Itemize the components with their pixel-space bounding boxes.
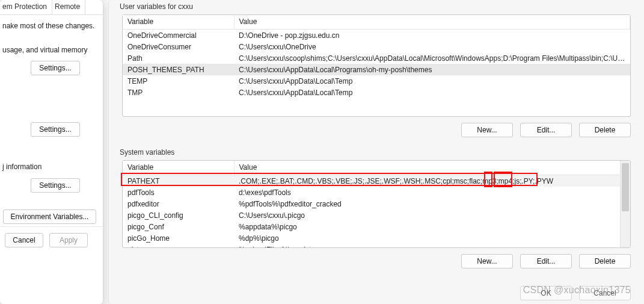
env-ok-button[interactable]: OK — [520, 286, 572, 300]
table-row[interactable]: TEMPC:\Users\cxxu\AppData\Local\Temp — [123, 75, 630, 87]
startup-settings-button[interactable]: Settings... — [31, 178, 80, 193]
system-properties-apply-button: Apply — [49, 233, 88, 247]
sys-col-value[interactable]: Value — [234, 161, 630, 175]
table-row[interactable]: pdfxeditor%pdfTools%\pdfxeditor_cracked — [123, 198, 630, 209]
system-variables-table-wrap: Variable Value PATHEXT.COM;.EXE;.BAT;.CM… — [122, 160, 631, 248]
user-profiles-settings-button[interactable]: Settings... — [31, 122, 80, 137]
table-row[interactable]: picgo_Conf%appdata%\picgo — [123, 221, 630, 232]
sys-col-variable[interactable]: Variable — [123, 161, 234, 175]
system-variables-label: System variables — [120, 148, 644, 157]
tab-system-protection[interactable]: em Protection — [0, 0, 52, 14]
table-row[interactable]: PathC:\Users\cxxu\scoop\shims;C:\Users\c… — [123, 52, 630, 64]
user-col-variable[interactable]: Variable — [123, 15, 234, 29]
table-row[interactable]: pdfToolsd:\exes\pdfTools — [123, 187, 630, 198]
env-cancel-button[interactable]: Cancel — [579, 286, 631, 300]
performance-settings-button[interactable]: Settings... — [31, 61, 80, 75]
table-row[interactable]: OneDriveCommercialD:\OneDrive - pop.zjgs… — [123, 29, 630, 42]
user-new-button[interactable]: New... — [461, 123, 513, 137]
user-variables-label: User variables for cxxu — [120, 2, 644, 11]
system-variables-table[interactable]: Variable Value PATHEXT.COM;.EXE;.BAT;.CM… — [123, 161, 630, 248]
performance-text: usage, and virtual memory — [2, 45, 97, 55]
admin-note-text: nake most of these changes. — [2, 21, 97, 31]
table-row[interactable]: pictures%ecloudFiles%\mypictures — [123, 244, 630, 248]
sys-new-button[interactable]: New... — [461, 254, 513, 268]
startup-text: j information — [2, 162, 97, 172]
user-delete-button[interactable]: Delete — [579, 123, 631, 137]
environment-variables-button[interactable]: Environment Variables... — [3, 209, 97, 224]
user-variables-table-wrap: Variable Value OneDriveCommercialD:\OneD… — [122, 14, 631, 117]
user-edit-button[interactable]: Edit... — [520, 123, 572, 137]
table-row[interactable]: TMPC:\Users\cxxu\AppData\Local\Temp — [123, 87, 630, 98]
sys-edit-button[interactable]: Edit... — [520, 254, 572, 268]
system-properties-dialog: em Protection Remote nake most of these … — [0, 0, 103, 304]
table-row[interactable]: picgo_CLI_configC:\Users\cxxu\.picgo — [123, 209, 630, 221]
env-dialog-bottom-buttons: OK Cancel — [109, 282, 644, 304]
system-variables-buttons: New... Edit... Delete — [109, 254, 631, 268]
system-properties-tabs: em Protection Remote — [0, 0, 103, 15]
environment-variables-dialog: User variables for cxxu Variable Value O… — [108, 0, 644, 304]
user-col-value[interactable]: Value — [234, 15, 630, 29]
system-properties-cancel-button[interactable]: Cancel — [5, 233, 43, 247]
table-row-pathext[interactable]: PATHEXT.COM;.EXE;.BAT;.CMD;.VBS;.VBE;.JS… — [123, 175, 630, 187]
system-table-scrollbar[interactable] — [620, 161, 630, 247]
user-variables-table[interactable]: Variable Value OneDriveCommercialD:\OneD… — [123, 15, 630, 98]
table-row[interactable]: picGo_Home%dp%\picgo — [123, 232, 630, 244]
sys-delete-button[interactable]: Delete — [579, 254, 631, 268]
table-row-selected[interactable]: POSH_THEMES_PATHC:\Users\cxxu\AppData\Lo… — [123, 64, 630, 75]
scrollbar-thumb[interactable] — [622, 163, 629, 211]
user-variables-buttons: New... Edit... Delete — [109, 123, 631, 137]
tab-remote[interactable]: Remote — [52, 0, 85, 14]
table-row[interactable]: OneDriveConsumerC:\Users\cxxu\OneDrive — [123, 41, 630, 52]
